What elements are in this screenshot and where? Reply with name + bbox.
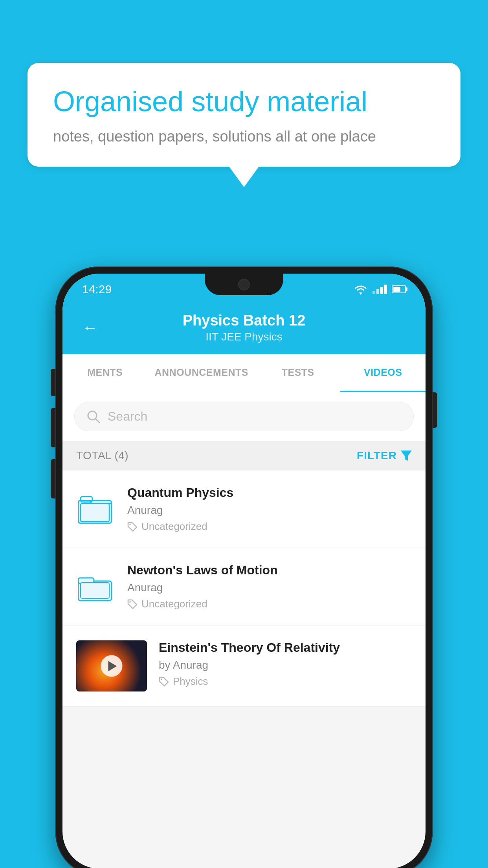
wifi-icon (354, 284, 368, 295)
tag-icon (127, 599, 138, 609)
total-count: TOTAL (4) (76, 449, 128, 462)
list-item[interactable]: Quantum Physics Anurag Uncategorized (62, 471, 426, 548)
video-info: Einstein's Theory Of Relativity by Anura… (159, 640, 412, 688)
speech-bubble-title: Organised study material (53, 85, 435, 118)
tab-ments[interactable]: MENTS (62, 354, 148, 392)
status-icons (354, 284, 406, 295)
svg-point-12 (161, 679, 162, 680)
search-container: Search (62, 392, 426, 441)
battery-icon (392, 285, 406, 293)
speech-bubble-card: Organised study material notes, question… (28, 63, 460, 167)
tab-videos[interactable]: VIDEOS (340, 354, 426, 392)
video-thumbnail (76, 640, 147, 691)
play-triangle-icon (108, 661, 117, 671)
back-button[interactable]: ← (82, 319, 98, 337)
phone-outer: 14:29 (55, 267, 433, 868)
filter-icon (401, 451, 412, 461)
video-list: Quantum Physics Anurag Uncategorized (62, 471, 426, 707)
tab-tests[interactable]: TESTS (255, 354, 341, 392)
video-author: by Anurag (159, 659, 412, 671)
filter-button[interactable]: FILTER (357, 449, 412, 462)
search-input[interactable]: Search (108, 409, 147, 424)
header-title: Physics Batch 12 (110, 312, 378, 329)
tag-label: Uncategorized (141, 598, 207, 610)
folder-icon (78, 493, 114, 525)
search-icon (86, 410, 101, 424)
video-title: Newton's Laws of Motion (127, 563, 412, 577)
speech-bubble-section: Organised study material notes, question… (28, 63, 460, 167)
app-header: ← Physics Batch 12 IIT JEE Physics (62, 301, 426, 354)
folder-icon-container (76, 567, 116, 606)
header-subtitle: IIT JEE Physics (110, 331, 378, 343)
svg-rect-10 (81, 583, 109, 598)
folder-icon (78, 571, 114, 602)
svg-line-1 (95, 419, 99, 423)
svg-point-7 (129, 524, 131, 525)
signal-bars-icon (372, 285, 387, 294)
tag-icon (159, 677, 169, 687)
phone-camera (238, 279, 250, 291)
tag-label: Uncategorized (141, 520, 207, 533)
svg-rect-6 (81, 504, 109, 522)
phone-button-volume-up (51, 408, 55, 447)
play-button[interactable] (101, 655, 123, 677)
phone-button-volume-mute (51, 369, 55, 396)
svg-point-11 (129, 601, 131, 603)
video-tag: Physics (159, 675, 412, 688)
list-item[interactable]: Einstein's Theory Of Relativity by Anura… (62, 625, 426, 707)
video-author: Anurag (127, 504, 412, 517)
tag-label: Physics (173, 675, 208, 688)
video-author: Anurag (127, 581, 412, 594)
video-title: Quantum Physics (127, 485, 412, 500)
phone-frame: 14:29 (55, 267, 433, 868)
filter-label: FILTER (357, 449, 397, 462)
video-tag: Uncategorized (127, 520, 412, 533)
tag-icon (127, 522, 138, 532)
filter-bar: TOTAL (4) FILTER (62, 441, 426, 471)
status-time: 14:29 (82, 283, 112, 296)
tab-announcements[interactable]: ANNOUNCEMENTS (148, 354, 255, 392)
phone-screen: 14:29 (62, 274, 426, 868)
speech-bubble-subtitle: notes, question papers, solutions all at… (53, 128, 435, 145)
folder-icon-container (76, 489, 116, 529)
svg-marker-2 (401, 451, 412, 461)
video-info: Newton's Laws of Motion Anurag Uncategor… (127, 563, 412, 610)
video-tag: Uncategorized (127, 598, 412, 610)
phone-notch (205, 274, 283, 295)
list-item[interactable]: Newton's Laws of Motion Anurag Uncategor… (62, 548, 426, 625)
search-bar[interactable]: Search (74, 402, 414, 431)
tabs-bar: MENTS ANNOUNCEMENTS TESTS VIDEOS (62, 354, 426, 392)
video-title: Einstein's Theory Of Relativity (159, 640, 412, 655)
header-title-group: Physics Batch 12 IIT JEE Physics (110, 312, 378, 343)
phone-button-power (433, 392, 437, 428)
phone-button-volume-down (51, 459, 55, 498)
video-info: Quantum Physics Anurag Uncategorized (127, 485, 412, 533)
